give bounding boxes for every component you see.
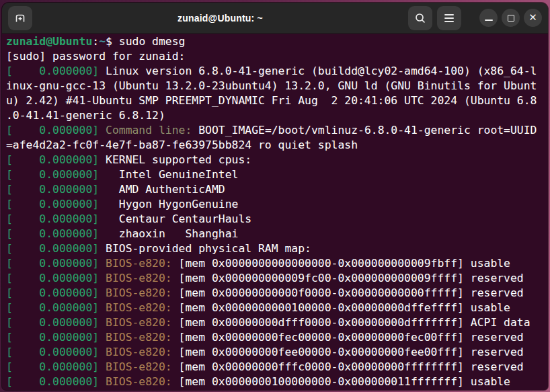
terminal-line: [ 0.000000] KERNEL supported cpus: bbox=[6, 153, 548, 167]
terminal-line: [ 0.000000] AMD AuthenticAMD bbox=[6, 182, 548, 197]
close-button[interactable]: ✕ bbox=[524, 9, 542, 27]
terminal-window: zunaid@Ubuntu: ~ bbox=[2, 3, 548, 390]
terminal-line: [ 0.000000] Hygon HygonGenuine bbox=[6, 197, 548, 212]
new-tab-icon bbox=[13, 11, 27, 25]
terminal-body[interactable]: zunaid@Ubuntu:~$ sudo dmesg[sudo] passwo… bbox=[2, 34, 548, 390]
terminal-line: [ 0.000000] BIOS-e820: [mem 0x00000000fe… bbox=[6, 330, 548, 345]
terminal-line: [ 0.000000] BIOS-e820: [mem 0x0000000000… bbox=[6, 256, 548, 271]
terminal-line: =afe4d2a2-fc0f-4e7f-ba87-fe63975bb824 ro… bbox=[6, 138, 548, 153]
terminal-line: [ 0.000000] BIOS-e820: [mem 0x0000000000… bbox=[6, 271, 548, 286]
terminal-line: [ 0.000000] Command line: BOOT_IMAGE=/bo… bbox=[6, 123, 548, 138]
minimize-button[interactable] bbox=[479, 9, 498, 27]
terminal-line: [ 0.000000] BIOS-e820: [mem 0x00000000fe… bbox=[6, 345, 548, 360]
close-icon: ✕ bbox=[528, 13, 537, 23]
terminal-line: [sudo] password for zunaid: bbox=[6, 49, 548, 64]
terminal-line: .0-41.41-generic 6.8.12) bbox=[6, 108, 548, 123]
terminal-line: zunaid@Ubuntu:~$ sudo dmesg bbox=[6, 34, 548, 49]
search-icon bbox=[414, 12, 426, 24]
new-tab-button[interactable] bbox=[8, 6, 32, 30]
menu-button[interactable] bbox=[437, 6, 461, 30]
minimize-icon bbox=[485, 19, 493, 21]
terminal-line: [ 0.000000] BIOS-e820: [mem 0x0000000000… bbox=[6, 286, 548, 301]
window-title: zunaid@Ubuntu: ~ bbox=[32, 13, 408, 24]
menu-icon bbox=[444, 14, 454, 22]
terminal-line: [ 0.000000] BIOS-e820: [mem 0x0000000100… bbox=[6, 375, 548, 389]
terminal-line: [ 0.000000] BIOS-e820: [mem 0x00000000ff… bbox=[6, 360, 548, 375]
terminal-line: [ 0.000000] Centaur CentaurHauls bbox=[6, 212, 548, 227]
window-titlebar[interactable]: zunaid@Ubuntu: ~ bbox=[2, 3, 548, 34]
terminal-line: [ 0.000000] BIOS-provided physical RAM m… bbox=[6, 241, 548, 256]
maximize-button[interactable] bbox=[502, 9, 520, 27]
maximize-icon bbox=[508, 15, 514, 22]
terminal-line: u) 2.42) #41-Ubuntu SMP PREEMPT_DYNAMIC … bbox=[6, 93, 548, 108]
terminal-line: [ 0.000000] BIOS-e820: [mem 0x00000000df… bbox=[6, 315, 548, 330]
terminal-line: [ 0.000000] zhaoxin Shanghai bbox=[6, 227, 548, 241]
terminal-line: inux-gnu-gcc-13 (Ubuntu 13.2.0-23ubuntu4… bbox=[6, 79, 548, 93]
search-button[interactable] bbox=[408, 6, 432, 30]
terminal-line: [ 0.000000] BIOS-e820: [mem 0x0000000000… bbox=[6, 301, 548, 315]
terminal-line: [ 0.000000] Linux version 6.8.0-41-gener… bbox=[6, 64, 548, 79]
terminal-line: [ 0.000000] Intel GenuineIntel bbox=[6, 167, 548, 182]
